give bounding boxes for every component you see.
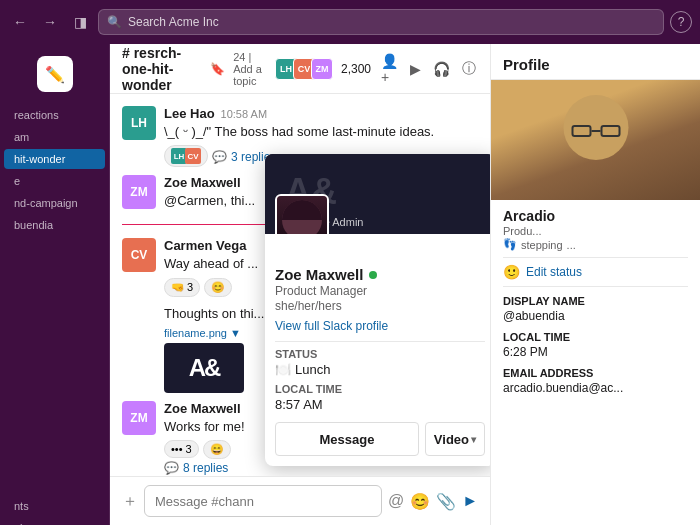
- sidebar-item-reactions[interactable]: reactions: [4, 105, 105, 125]
- chevron-down-icon: ▾: [471, 434, 476, 445]
- msg-author: Lee Hao: [164, 106, 215, 121]
- popup-role: Product Manager: [275, 284, 485, 298]
- sidebar-item-el[interactable]: el: [4, 518, 105, 525]
- message-input-area: ＋ @ 😊 📎 ►: [110, 476, 490, 525]
- sidebar-item-e[interactable]: e: [4, 171, 105, 191]
- sidebar-item-nd-campaign[interactable]: nd-campaign: [4, 193, 105, 213]
- sidebar-item-buendia[interactable]: buendia: [4, 215, 105, 235]
- status-emoji: 🍽️: [275, 362, 291, 377]
- attachment-link[interactable]: filename.png ▼: [164, 327, 241, 339]
- huddle-icon[interactable]: ▶: [408, 59, 423, 79]
- reply-icon: 💬: [164, 461, 179, 475]
- send-icon[interactable]: ►: [462, 492, 478, 510]
- profile-panel-title: Profile: [491, 44, 700, 80]
- headphones-icon[interactable]: 🎧: [431, 59, 452, 79]
- at-icon[interactable]: @: [388, 492, 404, 510]
- message-input[interactable]: [144, 485, 382, 517]
- popup-localtime-value: 8:57 AM: [275, 397, 485, 412]
- msg-text: \_( ᵕ )_/" The boss had some last-minute…: [164, 123, 478, 141]
- reaction[interactable]: 😊: [204, 278, 232, 297]
- video-button[interactable]: Video ▾: [425, 422, 485, 456]
- reaction[interactable]: 😄: [203, 440, 231, 459]
- top-bar: ← → ◨ 🔍 Search Acme Inc ?: [0, 0, 700, 44]
- display-name-label: Display name: [503, 295, 688, 307]
- bookmark-icon[interactable]: 🔖: [210, 62, 225, 76]
- popup-divider: [275, 341, 485, 342]
- reaction-count: 3: [187, 281, 193, 293]
- emoji-icon[interactable]: 😊: [410, 492, 430, 511]
- msg-time: 10:58 AM: [221, 108, 267, 120]
- popup-name: Zoe Maxwell: [275, 266, 363, 283]
- attachment-thumbnail: A&: [164, 343, 244, 393]
- forward-button[interactable]: →: [38, 10, 62, 34]
- workspace-avatar[interactable]: ✏️: [37, 56, 73, 92]
- edit-status-link[interactable]: Edit status: [526, 265, 582, 279]
- sidebar-item-nts[interactable]: nts: [4, 496, 105, 516]
- user-popup-card: A& Workspace Admin: [265, 154, 490, 466]
- local-time-label: Local time: [503, 331, 688, 343]
- profile-person-role: Produ...: [503, 225, 688, 237]
- reaction-avatar: CV: [185, 148, 201, 164]
- avatar: ZM: [122, 175, 156, 209]
- thread-count: 8 replies: [183, 461, 228, 475]
- help-icon: ?: [678, 15, 685, 29]
- member-count[interactable]: 2,300: [341, 62, 371, 76]
- edit-status-row: 🙂 Edit status: [503, 264, 688, 280]
- popup-status-label: Status: [275, 348, 485, 360]
- stepping-icon: 👣: [503, 238, 517, 251]
- avatar: LH: [122, 106, 156, 140]
- search-placeholder: Search Acme Inc: [128, 15, 219, 29]
- channel-header: # resrch-one-hit-wonder 🔖 24 | Add a top…: [110, 44, 490, 94]
- help-button[interactable]: ?: [670, 11, 692, 33]
- status-text: Lunch: [295, 362, 330, 377]
- avatar: ZM: [122, 401, 156, 435]
- msg-author: Carmen Vega: [164, 238, 246, 253]
- popup-header-image: A& Workspace Admin: [265, 154, 490, 234]
- msg-spacer: [122, 305, 156, 393]
- messages-area: LH Lee Hao 10:58 AM \_( ᵕ )_/" The boss …: [110, 94, 490, 476]
- history-button[interactable]: ◨: [68, 10, 92, 34]
- attachment-icon[interactable]: 📎: [436, 492, 456, 511]
- popup-status-value: 🍽️ Lunch: [275, 362, 485, 377]
- message-button[interactable]: Message: [275, 422, 419, 456]
- smiley-icon: 🙂: [503, 264, 520, 280]
- profile-pronouns: 👣 stepping...: [503, 238, 688, 251]
- main-content: # resrch-one-hit-wonder 🔖 24 | Add a top…: [110, 44, 490, 525]
- profile-panel: Profile Arcadio P: [490, 44, 700, 525]
- sidebar-item-hit-wonder[interactable]: hit-wonder: [4, 149, 105, 169]
- popup-pronouns: she/her/hers: [275, 299, 485, 313]
- reply-icon: 💬: [212, 150, 227, 164]
- sidebar-item-am[interactable]: am: [4, 127, 105, 147]
- back-button[interactable]: ←: [8, 10, 32, 34]
- member-avatars: LH CV ZM: [279, 58, 333, 80]
- popup-action-buttons: Message Video ▾: [275, 422, 485, 456]
- msg-author: Zoe Maxwell: [164, 175, 241, 190]
- email-label: Email address: [503, 367, 688, 379]
- info-icon[interactable]: ⓘ: [460, 58, 478, 80]
- view-profile-link[interactable]: View full Slack profile: [275, 319, 485, 333]
- online-status-dot: [369, 271, 377, 279]
- add-member-icon[interactable]: 👤+: [379, 51, 400, 87]
- msg-author: Zoe Maxwell: [164, 401, 241, 416]
- popup-avatar: [275, 194, 329, 234]
- profile-divider-2: [503, 286, 688, 287]
- reaction[interactable]: 🤜 3: [164, 278, 200, 297]
- channel-name: # resrch-one-hit-wonder: [122, 45, 202, 93]
- reaction[interactable]: LH CV: [164, 145, 208, 167]
- reaction[interactable]: ••• 3: [164, 440, 199, 458]
- plus-icon[interactable]: ＋: [122, 491, 138, 512]
- channel-sidebar: ✏️ reactions am hit-wonder e nd-campaign…: [0, 44, 110, 525]
- display-name-value: @abuendia: [503, 309, 688, 323]
- channel-actions: LH CV ZM 2,300 👤+ ▶ 🎧 ⓘ: [279, 51, 478, 87]
- local-time-value: 6:28 PM: [503, 345, 688, 359]
- profile-person-name: Arcadio: [503, 208, 688, 224]
- popup-localtime-label: Local time: [275, 383, 485, 395]
- video-label: Video: [434, 432, 469, 447]
- profile-photo: [491, 80, 700, 200]
- profile-info: Arcadio Produ... 👣 stepping... 🙂 Edit st…: [491, 200, 700, 403]
- avatar: CV: [122, 238, 156, 272]
- popup-body: Zoe Maxwell Product Manager she/her/hers…: [265, 234, 490, 466]
- profile-divider: [503, 257, 688, 258]
- search-bar[interactable]: 🔍 Search Acme Inc: [98, 9, 664, 35]
- channel-meta: 24 | Add a topic: [233, 51, 271, 87]
